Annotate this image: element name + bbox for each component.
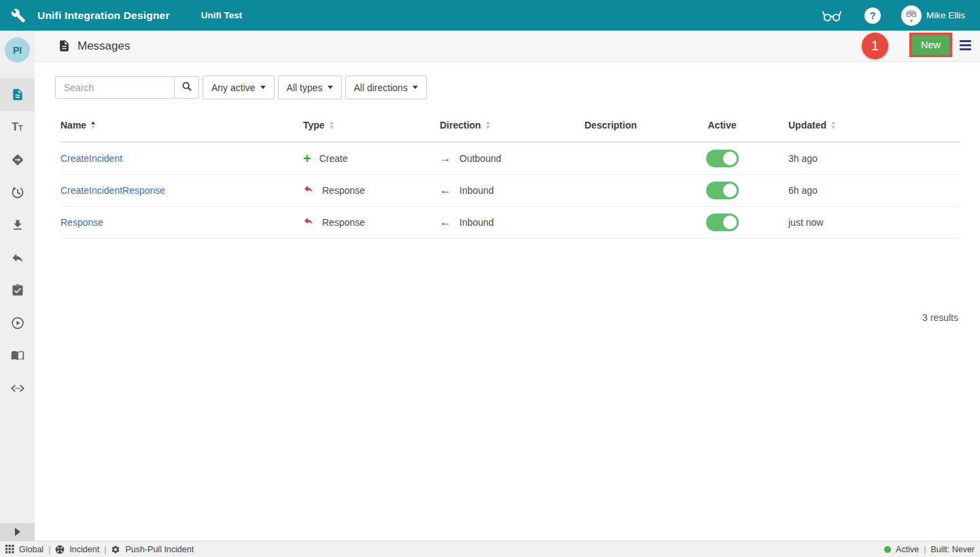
document-icon (11, 88, 24, 101)
status-bar: Global | Incident | Push-Pull Incident A… (0, 541, 980, 557)
send-diamond-icon (11, 153, 24, 167)
top-bar: Unifi Integration Designer Unifi Test ? … (0, 0, 980, 31)
sidebar-item-send[interactable] (0, 144, 35, 176)
type-filter-label: All types (287, 82, 323, 93)
separator: | (104, 545, 106, 554)
project-avatar[interactable]: PI (5, 37, 30, 63)
sidebar-item-docs[interactable] (0, 339, 35, 372)
column-header-active: Active (683, 120, 761, 131)
sidebar-item-download[interactable] (0, 209, 35, 241)
document-icon (58, 39, 71, 52)
sidebar-item-history[interactable] (0, 176, 35, 209)
message-link[interactable]: CreateIncident (60, 153, 122, 164)
search-icon (181, 81, 192, 94)
message-link[interactable]: CreateIncidentResponse (60, 185, 165, 196)
chevron-down-icon (413, 86, 418, 89)
active-toggle[interactable] (706, 214, 739, 231)
sort-asc-icon (91, 121, 95, 129)
table-row: CreateIncident + Create → Outbound 3h ag… (60, 143, 960, 175)
search-input[interactable] (55, 76, 174, 99)
separator: | (48, 545, 50, 554)
grid-icon (5, 545, 14, 554)
integration-label[interactable]: Push-Pull Incident (125, 545, 194, 554)
direction-label: Outbound (459, 153, 502, 164)
chevron-right-icon (15, 528, 20, 536)
sidebar-nav: TT (0, 78, 35, 405)
page-header: Messages 1 New (35, 31, 980, 62)
status-bar-left: Global | Incident | Push-Pull Incident (0, 545, 194, 554)
reply-icon (303, 184, 314, 197)
filter-bar: Any active All types All directions (35, 62, 980, 99)
messages-table: Name Type Direction Description Active (60, 109, 960, 239)
updated-cell: 6h ago (761, 185, 960, 196)
separator: | (924, 545, 926, 554)
scope-label[interactable]: Global (19, 545, 43, 554)
type-label: Response (322, 185, 365, 196)
sidebar-item-reply[interactable] (0, 241, 35, 274)
direction-label: Inbound (459, 185, 494, 196)
user-name[interactable]: Mike Ellis (926, 10, 965, 20)
gear-icon (111, 545, 120, 554)
table-header-row: Name Type Direction Description Active (60, 109, 960, 143)
chevron-down-icon (328, 86, 333, 89)
sort-icon (330, 121, 334, 129)
sidebar-item-text-format[interactable]: TT (0, 111, 35, 144)
sidebar: PI TT (0, 31, 35, 541)
sidebar-item-tasks[interactable] (0, 274, 35, 307)
results-count: 3 results (35, 312, 958, 323)
updated-cell: 3h ago (761, 153, 960, 164)
sidebar-item-code[interactable] (0, 372, 35, 405)
download-icon (11, 218, 24, 232)
chevron-down-icon (260, 86, 266, 89)
glasses-icon[interactable] (822, 8, 842, 23)
sidebar-expand-button[interactable] (0, 523, 35, 541)
user-avatar[interactable] (901, 5, 922, 26)
sidebar-item-run[interactable] (0, 307, 35, 339)
type-label: Response (322, 217, 365, 228)
direction-filter-dropdown[interactable]: All directions (345, 75, 427, 99)
new-button[interactable]: New (911, 35, 950, 55)
column-header-description: Description (584, 120, 683, 131)
column-header-updated[interactable]: Updated (761, 120, 960, 131)
arrow-right-icon: → (440, 154, 451, 163)
play-circle-icon (11, 316, 24, 330)
active-filter-dropdown[interactable]: Any active (203, 75, 275, 99)
annotation-step-badge: 1 (862, 33, 888, 59)
clipboard-check-icon (11, 284, 24, 297)
built-label: Built: Never (930, 545, 975, 554)
help-icon[interactable]: ? (864, 7, 881, 24)
app-title: Unifi Integration Designer (37, 10, 170, 22)
direction-label: Inbound (459, 217, 494, 228)
type-filter-dropdown[interactable]: All types (278, 75, 342, 99)
reply-icon (303, 216, 314, 229)
active-filter-label: Any active (211, 82, 256, 93)
instance-name: Unifi Test (201, 10, 243, 20)
arrow-left-icon: ← (440, 186, 451, 195)
history-clock-icon (11, 186, 24, 199)
hamburger-menu-icon[interactable] (960, 40, 971, 50)
main-content: Messages 1 New Any active All types (35, 31, 980, 541)
active-toggle[interactable] (706, 182, 739, 199)
text-format-icon: TT (12, 122, 23, 133)
wrench-icon (11, 8, 26, 23)
sort-icon (486, 121, 490, 129)
status-bar-right: Active | Built: Never (884, 545, 980, 554)
column-header-name[interactable]: Name (60, 120, 303, 131)
column-header-type[interactable]: Type (303, 120, 440, 131)
sidebar-item-document[interactable] (0, 78, 35, 111)
code-icon (10, 382, 25, 395)
reply-icon (11, 251, 24, 265)
column-header-direction[interactable]: Direction (440, 120, 584, 131)
table-row: CreateIncidentResponse Response ← Inboun… (60, 175, 960, 207)
book-icon (11, 349, 24, 362)
page-title: Messages (77, 39, 130, 53)
direction-filter-label: All directions (354, 82, 408, 93)
search-button[interactable] (174, 76, 199, 99)
sort-icon (831, 121, 835, 129)
incident-icon (55, 545, 65, 554)
process-label[interactable]: Incident (69, 545, 99, 554)
active-toggle[interactable] (706, 150, 739, 167)
message-link[interactable]: Response (60, 217, 103, 228)
plus-icon: + (303, 154, 311, 163)
updated-cell: just now (761, 217, 960, 228)
